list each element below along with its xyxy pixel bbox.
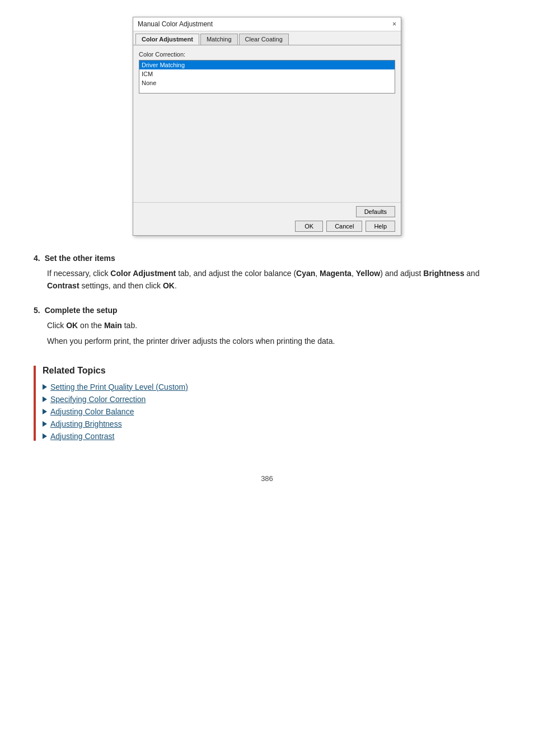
related-item-4: Adjusting Contrast xyxy=(43,432,500,441)
dialog-footer-top: Defaults xyxy=(139,206,395,217)
dialog-close-button[interactable]: × xyxy=(392,20,396,28)
tab-matching[interactable]: Matching xyxy=(200,34,238,45)
tab-clear-coating[interactable]: Clear Coating xyxy=(239,34,289,45)
related-link-1[interactable]: Specifying Color Correction xyxy=(50,395,146,404)
arrow-icon-3 xyxy=(43,421,47,427)
step-4-text: If necessary, click Color Adjustment tab… xyxy=(47,267,500,292)
defaults-button[interactable]: Defaults xyxy=(356,206,395,217)
dialog-title: Manual Color Adjustment xyxy=(138,20,213,28)
dialog-footer-bottom: OK Cancel Help xyxy=(139,221,395,232)
related-link-3[interactable]: Adjusting Brightness xyxy=(50,419,122,428)
related-item-2: Adjusting Color Balance xyxy=(43,407,500,416)
related-topics-section: Related Topics Setting the Print Quality… xyxy=(34,366,500,441)
dialog-tabs: Color Adjustment Matching Clear Coating xyxy=(133,31,401,45)
step-5-body: Click OK on the Main tab. When you perfo… xyxy=(34,319,500,348)
listbox-item-driver-matching[interactable]: Driver Matching xyxy=(139,60,395,69)
page-number: 386 xyxy=(34,474,500,483)
step-5-header: 5. Complete the setup xyxy=(34,306,500,315)
step-5-title: Complete the setup xyxy=(45,306,118,315)
listbox-item-icm[interactable]: ICM xyxy=(139,69,395,78)
help-button[interactable]: Help xyxy=(366,221,395,232)
arrow-icon-1 xyxy=(43,396,47,402)
related-link-0[interactable]: Setting the Print Quality Level (Custom) xyxy=(50,382,188,391)
arrow-icon-2 xyxy=(43,409,47,414)
listbox-item-none[interactable]: None xyxy=(139,78,395,87)
step-5-number: 5. xyxy=(34,306,40,315)
step-5-line1: Click OK on the Main tab. xyxy=(47,319,500,332)
step-4-number: 4. xyxy=(34,254,40,263)
related-item-0: Setting the Print Quality Level (Custom) xyxy=(43,382,500,391)
step-5-line2: When you perform print, the printer driv… xyxy=(47,335,500,347)
step-4-body: If necessary, click Color Adjustment tab… xyxy=(34,267,500,292)
dialog-wrapper: Manual Color Adjustment × Color Adjustme… xyxy=(34,17,500,236)
related-topics-title: Related Topics xyxy=(43,366,500,376)
dialog-footer: Defaults OK Cancel Help xyxy=(133,202,401,235)
step-5: 5. Complete the setup Click OK on the Ma… xyxy=(34,306,500,348)
related-link-4[interactable]: Adjusting Contrast xyxy=(50,432,114,441)
step-4: 4. Set the other items If necessary, cli… xyxy=(34,254,500,292)
dialog-body: Color Correction: Driver Matching ICM No… xyxy=(133,45,401,202)
dialog-titlebar: Manual Color Adjustment × xyxy=(133,17,401,31)
color-correction-listbox[interactable]: Driver Matching ICM None xyxy=(139,60,395,94)
step-4-title: Set the other items xyxy=(45,254,115,263)
related-item-1: Specifying Color Correction xyxy=(43,395,500,404)
color-correction-label: Color Correction: xyxy=(139,51,395,58)
arrow-icon-4 xyxy=(43,433,47,439)
tab-color-adjustment[interactable]: Color Adjustment xyxy=(135,34,199,45)
cancel-button[interactable]: Cancel xyxy=(326,221,362,232)
ok-button[interactable]: OK xyxy=(295,221,323,232)
related-link-2[interactable]: Adjusting Color Balance xyxy=(50,407,134,416)
arrow-icon-0 xyxy=(43,384,47,390)
manual-color-adjustment-dialog: Manual Color Adjustment × Color Adjustme… xyxy=(133,17,401,236)
step-4-header: 4. Set the other items xyxy=(34,254,500,263)
related-item-3: Adjusting Brightness xyxy=(43,419,500,428)
related-topics-list: Setting the Print Quality Level (Custom)… xyxy=(43,382,500,441)
